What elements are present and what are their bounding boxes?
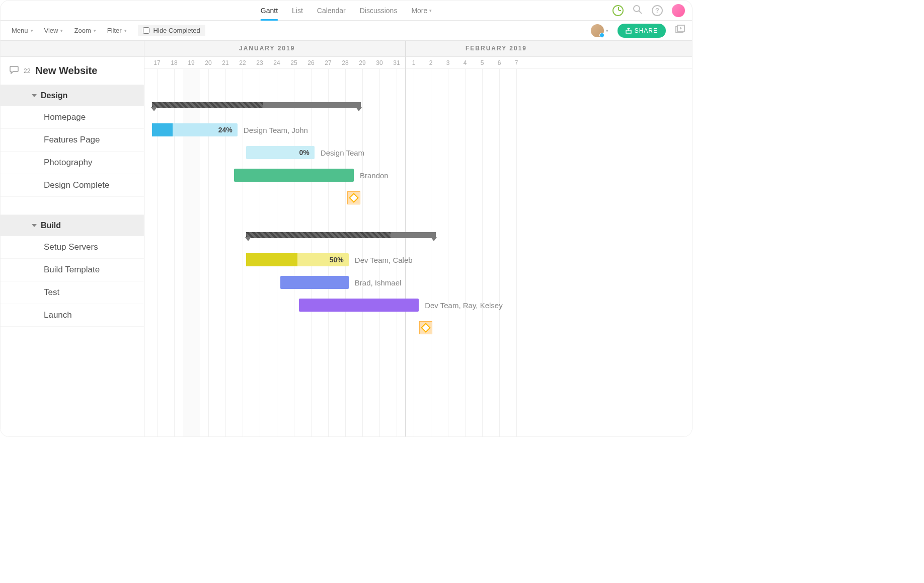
day-column: 26 bbox=[302, 57, 320, 68]
task-design-complete[interactable]: Design Complete bbox=[1, 174, 144, 197]
month-header: JANUARY 2019 FEBRUARY 2019 bbox=[144, 41, 692, 57]
task-bar-homepage[interactable]: 24%Design Team, John bbox=[152, 123, 238, 136]
task-launch[interactable]: Launch bbox=[1, 304, 144, 327]
view-tabs: Gantt List Calendar Discussions More ▾ bbox=[261, 1, 432, 20]
day-column: 18 bbox=[166, 57, 183, 68]
task-bar-features[interactable]: 0%Design Team bbox=[246, 146, 315, 159]
project-header[interactable]: 22 New Website bbox=[1, 57, 144, 85]
tab-discussions[interactable]: Discussions bbox=[360, 1, 398, 20]
day-column: 7 bbox=[508, 57, 525, 68]
day-column: 23 bbox=[251, 57, 268, 68]
day-column: 4 bbox=[456, 57, 474, 68]
hide-completed-label: Hide Completed bbox=[153, 27, 200, 34]
help-icon[interactable]: ? bbox=[652, 5, 663, 16]
day-column: 2 bbox=[422, 57, 439, 68]
hide-completed-toggle[interactable]: Hide Completed bbox=[138, 25, 205, 36]
day-column: 6 bbox=[491, 57, 508, 68]
assignee-label: Brad, Ishmael bbox=[355, 278, 402, 287]
task-build-template[interactable]: Build Template bbox=[1, 259, 144, 281]
summary-bar[interactable] bbox=[246, 232, 436, 238]
tab-list[interactable]: List bbox=[292, 1, 303, 20]
task-homepage[interactable]: Homepage bbox=[1, 106, 144, 129]
present-icon[interactable] bbox=[675, 25, 685, 37]
days-header: 1718192021222324252627282930311234567 bbox=[144, 57, 692, 69]
task-bar-photography[interactable]: Brandon bbox=[234, 169, 354, 182]
assignee-label: Brandon bbox=[360, 171, 389, 180]
day-column: 19 bbox=[183, 57, 200, 68]
day-column: 21 bbox=[217, 57, 234, 68]
day-column: 3 bbox=[439, 57, 456, 68]
top-nav: Gantt List Calendar Discussions More ▾ ? bbox=[1, 1, 692, 21]
project-title: New Website bbox=[35, 65, 97, 77]
day-column: 27 bbox=[320, 57, 337, 68]
comment-count: 22 bbox=[24, 67, 30, 75]
month-label-jan: JANUARY 2019 bbox=[239, 45, 295, 52]
group-build[interactable]: Build bbox=[1, 215, 144, 236]
share-icon bbox=[626, 28, 632, 34]
user-avatar[interactable] bbox=[672, 4, 685, 17]
day-column: 20 bbox=[200, 57, 217, 68]
comment-icon[interactable] bbox=[10, 66, 19, 76]
assignee-label: Dev Team, Caleb bbox=[355, 256, 413, 264]
hide-completed-checkbox[interactable] bbox=[143, 27, 149, 34]
menu-dropdown[interactable]: Menu▾ bbox=[12, 27, 33, 34]
milestone-launch[interactable] bbox=[419, 321, 432, 334]
assignee-label: Design Team bbox=[321, 149, 364, 157]
milestone-design-complete[interactable] bbox=[347, 191, 360, 204]
task-bar-test[interactable]: Dev Team, Ray, Kelsey bbox=[299, 299, 419, 312]
month-label-feb: FEBRUARY 2019 bbox=[466, 45, 527, 52]
collapse-icon bbox=[32, 94, 37, 97]
svg-line-1 bbox=[639, 11, 642, 14]
task-setup-servers[interactable]: Setup Servers bbox=[1, 236, 144, 259]
day-column: 31 bbox=[388, 57, 405, 68]
task-photography[interactable]: Photography bbox=[1, 152, 144, 174]
task-test[interactable]: Test bbox=[1, 281, 144, 304]
day-column: 30 bbox=[371, 57, 388, 68]
task-bar-setup-servers[interactable]: 50%Dev Team, Caleb bbox=[246, 253, 349, 266]
svg-point-0 bbox=[634, 6, 640, 12]
day-column: 28 bbox=[337, 57, 354, 68]
zoom-dropdown[interactable]: Zoom▾ bbox=[74, 27, 96, 34]
share-button[interactable]: SHARE bbox=[618, 24, 666, 38]
collapse-icon bbox=[32, 224, 37, 227]
assignee-avatar-dropdown[interactable]: ▾ bbox=[591, 24, 608, 37]
assignee-label: Dev Team, Ray, Kelsey bbox=[425, 301, 503, 310]
toolbar: Menu▾ View▾ Zoom▾ Filter▾ Hide Completed… bbox=[1, 21, 692, 41]
gantt-chart[interactable]: JANUARY 2019 FEBRUARY 2019 1718192021222… bbox=[144, 41, 692, 436]
day-column: 5 bbox=[474, 57, 491, 68]
task-sidebar: 22 New Website Design Homepage Features … bbox=[1, 41, 144, 436]
day-column: 1 bbox=[405, 57, 422, 68]
filter-dropdown[interactable]: Filter▾ bbox=[107, 27, 127, 34]
group-design[interactable]: Design bbox=[1, 85, 144, 106]
tab-more[interactable]: More ▾ bbox=[411, 1, 432, 20]
tab-calendar[interactable]: Calendar bbox=[317, 1, 346, 20]
task-features-page[interactable]: Features Page bbox=[1, 129, 144, 152]
day-column: 29 bbox=[354, 57, 371, 68]
day-column: 24 bbox=[268, 57, 285, 68]
day-column: 25 bbox=[285, 57, 302, 68]
summary-bar[interactable] bbox=[152, 102, 361, 108]
assignee-label: Design Team, John bbox=[244, 126, 308, 134]
task-bar-build-template[interactable]: Brad, Ishmael bbox=[280, 276, 349, 289]
view-dropdown[interactable]: View▾ bbox=[44, 27, 63, 34]
day-column: 22 bbox=[234, 57, 251, 68]
search-icon[interactable] bbox=[633, 5, 643, 17]
tab-gantt[interactable]: Gantt bbox=[261, 1, 278, 20]
day-column: 17 bbox=[148, 57, 166, 68]
avatar-icon bbox=[591, 24, 604, 37]
clock-icon[interactable] bbox=[612, 5, 624, 16]
